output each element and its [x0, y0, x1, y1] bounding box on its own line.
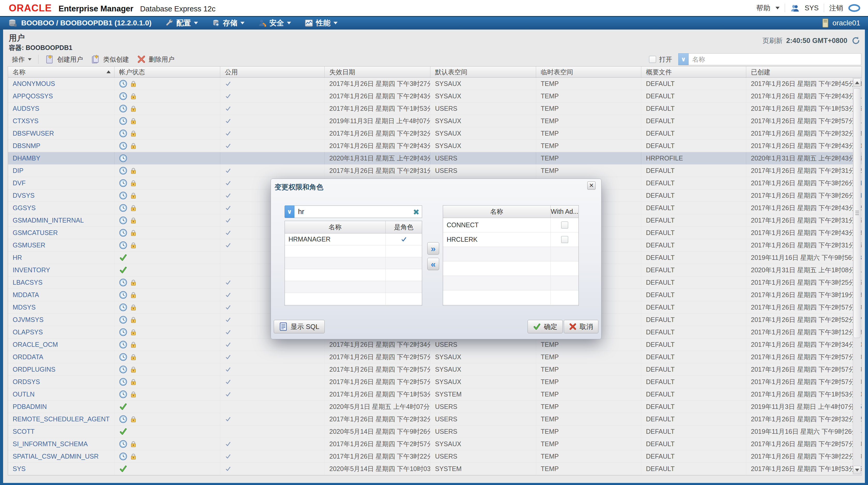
admin-checkbox[interactable] [561, 222, 568, 229]
user-link[interactable]: DBSFWUSER [13, 130, 54, 137]
menu-performance[interactable]: 性能 [305, 18, 338, 28]
admin-checkbox[interactable] [561, 236, 568, 243]
user-link[interactable]: DIP [13, 167, 24, 174]
move-left-button[interactable]: « [427, 258, 439, 270]
table-row[interactable]: APPQOSSYS2017年1月26日 星期四 下午2时43分31秒SYSAUX… [8, 90, 862, 103]
table-row[interactable]: CTXSYS2019年11月3日 星期日 上午4时07分17秒SYSAUXTEM… [8, 115, 862, 127]
user-link[interactable]: MDDATA [13, 291, 39, 299]
user-link[interactable]: ORDPLUGINS [13, 366, 55, 373]
user-link[interactable]: REMOTE_SCHEDULER_AGENT [13, 416, 110, 423]
show-sql-button[interactable]: 显示 SQL [274, 320, 325, 333]
table-row[interactable]: OUTLN2017年1月26日 星期四 下午1时53分40秒SYSTEMTEMP… [8, 388, 862, 401]
user-link[interactable]: MDSYS [13, 304, 36, 311]
vertical-scrollbar[interactable] [853, 78, 861, 475]
user-link[interactable]: ORACLE_OCM [13, 341, 58, 348]
user-link[interactable]: GSMCATUSER [13, 229, 58, 236]
user-link[interactable]: SYS [13, 465, 26, 473]
clear-search-icon[interactable]: ✖ [412, 207, 421, 216]
help-menu[interactable]: 帮助 [756, 3, 770, 13]
user-link[interactable]: DBSNMP [13, 142, 40, 150]
table-row[interactable]: DBSFWUSER2017年1月26日 星期四 下午2时32分33秒SYSAUX… [8, 127, 862, 140]
dialog-close-button[interactable]: ✕ [587, 181, 595, 190]
menu-security[interactable]: 安全 [258, 18, 291, 28]
user-link[interactable]: APPQOSSYS [13, 92, 53, 100]
column-header-profile[interactable]: 概要文件 [641, 66, 746, 77]
empty-cell [386, 293, 422, 305]
table-row[interactable]: SYS2020年5月14日 星期四 下午10时03分28SYSTEMTEMPDE… [8, 463, 862, 475]
filter-input[interactable] [689, 53, 861, 65]
column-header-created[interactable]: 已创建 [746, 66, 862, 77]
user-link[interactable]: CTXSYS [13, 117, 38, 125]
dialog-search-input[interactable] [294, 205, 422, 218]
table-row[interactable]: ORDDATA2017年1月26日 星期四 下午2时57分49秒SYSAUXTE… [8, 351, 862, 363]
available-role-row[interactable]: HRMANAGER [285, 233, 422, 245]
clock-expired-icon [119, 378, 127, 386]
column-header-default-tablespace[interactable]: 默认表空间 [430, 66, 536, 77]
current-user[interactable]: SYS [805, 4, 818, 12]
cell-expiration: 2017年1月26日 星期四 下午2时34分00秒 [325, 339, 430, 351]
common-check-icon [225, 304, 231, 311]
column-header-temp-tablespace[interactable]: 临时表空间 [536, 66, 641, 77]
actions-menu-button[interactable]: 操作 [8, 55, 36, 64]
move-right-button[interactable]: » [427, 242, 439, 255]
user-link[interactable]: DVF [13, 179, 26, 187]
table-row[interactable]: AUDSYS2017年1月26日 星期四 下午1时53分26秒USERSTEMP… [8, 103, 862, 115]
user-link[interactable]: GSMUSER [13, 241, 45, 249]
create-like-button[interactable]: 类似创建 [87, 55, 133, 64]
user-link[interactable]: GSMADMIN_INTERNAL [13, 217, 84, 224]
scroll-down-button[interactable] [853, 466, 861, 474]
table-row[interactable]: ORDSYS2017年1月26日 星期四 下午2时57分49秒SYSAUXTEM… [8, 376, 862, 388]
dialog-search-dropdown[interactable]: ∨ [285, 205, 294, 218]
table-row[interactable]: PDBADMIN2020年5月1日 星期五 上午4时07分15秒USERSTEM… [8, 401, 862, 413]
user-link[interactable]: SCOTT [13, 428, 35, 435]
user-link[interactable]: SPATIAL_CSW_ADMIN_USR [13, 453, 98, 460]
user-link[interactable]: OJVMSYS [13, 316, 43, 323]
user-link[interactable]: ANONYMOUS [13, 80, 55, 87]
table-row[interactable]: DBSNMP2017年1月26日 星期四 下午2时43分30秒SYSAUXTEM… [8, 140, 862, 152]
table-row[interactable]: SI_INFORMTN_SCHEMA2017年1月26日 星期四 下午2时57分… [8, 438, 862, 450]
scrollbar-thumb[interactable] [854, 88, 861, 338]
delete-user-button[interactable]: 删除用户 [133, 55, 179, 64]
container-breadcrumb[interactable]: BOOBOO / BOOBOOPDB1 (12.2.0.1.0) [21, 19, 152, 27]
table-row[interactable]: ORACLE_OCM2017年1月26日 星期四 下午2时34分00秒USERS… [8, 339, 862, 351]
clock-expired-icon [119, 229, 127, 237]
filter-column-dropdown[interactable]: ∨ [678, 53, 689, 65]
column-header-account-status[interactable]: 帐户状态 [115, 66, 220, 77]
user-link[interactable]: DVSYS [13, 192, 35, 199]
table-row[interactable]: DHAMBY2020年1月31日 星期五 上午2时43分36秒USERSTEMP… [8, 152, 862, 165]
user-link[interactable]: ORDSYS [13, 378, 40, 386]
user-link[interactable]: GGSYS [13, 204, 36, 212]
granted-role-row[interactable]: CONNECT [443, 218, 579, 232]
table-row[interactable]: SCOTT2020年5月14日 星期四 下午9时26分41秒USERSTEMPD… [8, 426, 862, 438]
cancel-button[interactable]: 取消 [564, 320, 598, 333]
user-link[interactable]: INVENTORY [13, 266, 50, 274]
user-link[interactable]: OUTLN [13, 391, 35, 398]
table-row[interactable]: ANONYMOUS2017年1月26日 星期四 下午3时27分29秒SYSAUX… [8, 78, 862, 90]
user-link[interactable]: OLAPSYS [13, 329, 43, 336]
menu-configuration[interactable]: 配置 [165, 18, 198, 28]
logout-link[interactable]: 注销 [829, 3, 843, 13]
cell-profile: DEFAULT [641, 301, 746, 313]
scroll-up-button[interactable] [853, 79, 861, 87]
menu-storage[interactable]: 存储 [212, 18, 245, 28]
column-header-name[interactable]: 名称 [8, 66, 115, 77]
filter-bar: 打开 ∨ [649, 53, 861, 65]
user-link[interactable]: DHAMBY [13, 154, 40, 162]
create-user-button[interactable]: 创建用户 [41, 55, 87, 64]
table-row[interactable]: SPATIAL_CSW_ADMIN_USR2017年1月26日 星期四 下午3时… [8, 450, 862, 463]
table-row[interactable]: DIP2017年1月26日 星期四 下午2时31分42秒USERSTEMPDEF… [8, 165, 862, 177]
user-link[interactable]: HR [13, 254, 22, 261]
column-header-common[interactable]: 公用 [220, 66, 325, 77]
column-header-expiration[interactable]: 失效日期 [325, 66, 430, 77]
refresh-icon[interactable] [851, 36, 861, 46]
table-row[interactable]: ORDPLUGINS2017年1月26日 星期四 下午2时57分49秒SYSAU… [8, 363, 862, 376]
granted-role-row[interactable]: HRCLERK [443, 232, 579, 247]
table-row[interactable]: REMOTE_SCHEDULER_AGENT2017年1月26日 星期四 下午2… [8, 413, 862, 426]
ok-button[interactable]: 确定 [528, 320, 563, 333]
user-link[interactable]: AUDSYS [13, 105, 39, 112]
user-link[interactable]: PDBADMIN [13, 403, 47, 410]
open-only-checkbox[interactable] [649, 56, 656, 63]
user-link[interactable]: SI_INFORMTN_SCHEMA [13, 440, 88, 448]
user-link[interactable]: LBACSYS [13, 279, 42, 286]
user-link[interactable]: ORDDATA [13, 353, 43, 361]
